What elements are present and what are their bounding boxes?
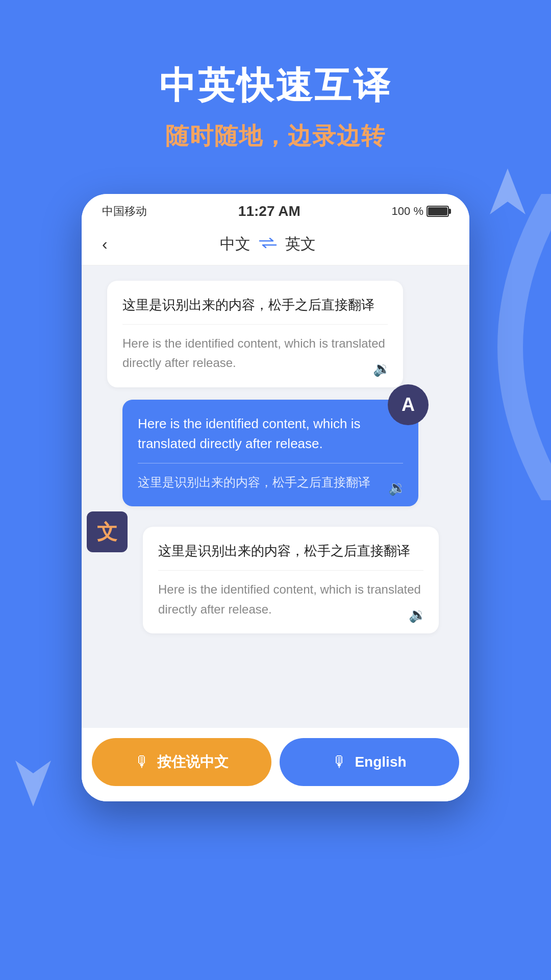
- chat-bubble-2: Here is the identified content, which is…: [122, 400, 418, 506]
- bubble1-divider: [122, 324, 388, 325]
- btn-english[interactable]: 🎙 English: [280, 738, 459, 786]
- battery-percent: 100 %: [392, 205, 423, 218]
- nav-title: 中文 英文: [108, 234, 429, 255]
- bubble3-divider: [158, 570, 423, 571]
- mic-icon-chinese: 🎙: [135, 753, 150, 771]
- chat-area: 这里是识别出来的内容，松手之后直接翻译 Here is the identifi…: [82, 265, 469, 801]
- battery-icon: [427, 206, 449, 217]
- btn-chinese[interactable]: 🎙 按住说中文: [92, 738, 271, 786]
- bubble1-original: 这里是识别出来的内容，松手之后直接翻译: [122, 295, 388, 315]
- bubble2-divider: [138, 463, 403, 463]
- back-button[interactable]: ‹: [102, 235, 108, 254]
- chat-bubble-1: 这里是识别出来的内容，松手之后直接翻译 Here is the identifi…: [107, 281, 403, 387]
- bubble3-translated: Here is the identified content, which is…: [158, 580, 423, 619]
- chat-bubble-3: 这里是识别出来的内容，松手之后直接翻译 Here is the identifi…: [143, 527, 439, 633]
- sub-title: 随时随地，边录边转: [0, 120, 551, 152]
- bubble2-sound-icon[interactable]: 🔉: [388, 479, 406, 496]
- deco-arrow-bottom-left: [15, 761, 51, 806]
- svg-marker-1: [15, 761, 51, 806]
- bubble3-sound-icon[interactable]: 🔉: [409, 606, 427, 623]
- btn-english-label: English: [355, 754, 406, 770]
- nav-lang-right: 英文: [285, 234, 316, 255]
- bubble2-translated: 这里是识别出来的内容，松手之后直接翻译: [138, 473, 403, 492]
- battery-info: 100 %: [392, 205, 449, 218]
- deco-curve-right: [490, 194, 551, 500]
- header-section: 中英快速互译 随时随地，边录边转: [0, 0, 551, 183]
- btn-chinese-label: 按住说中文: [157, 752, 229, 772]
- phone-mockup: 中国移动 11:27 AM 100 % ‹ 中文 英文 这里是识别出来的内容，松…: [82, 194, 469, 801]
- nav-lang-left: 中文: [220, 234, 251, 255]
- bubble3-original: 这里是识别出来的内容，松手之后直接翻译: [158, 541, 423, 561]
- bubble1-sound-icon[interactable]: 🔉: [373, 360, 391, 377]
- main-title: 中英快速互译: [0, 61, 551, 110]
- status-bar: 中国移动 11:27 AM 100 %: [82, 194, 469, 226]
- carrier-text: 中国移动: [102, 204, 147, 219]
- time-text: 11:27 AM: [238, 203, 300, 219]
- bubble2-original: Here is the identified content, which is…: [138, 414, 403, 454]
- avatar-a: A: [388, 384, 429, 425]
- mic-icon-english: 🎙: [332, 753, 347, 771]
- nav-swap-icon[interactable]: [259, 236, 277, 252]
- bubble1-translated: Here is the identified content, which is…: [122, 334, 388, 373]
- bottom-buttons: 🎙 按住说中文 🎙 English: [82, 728, 469, 801]
- avatar-wen: 文: [87, 511, 128, 552]
- nav-bar: ‹ 中文 英文: [82, 226, 469, 265]
